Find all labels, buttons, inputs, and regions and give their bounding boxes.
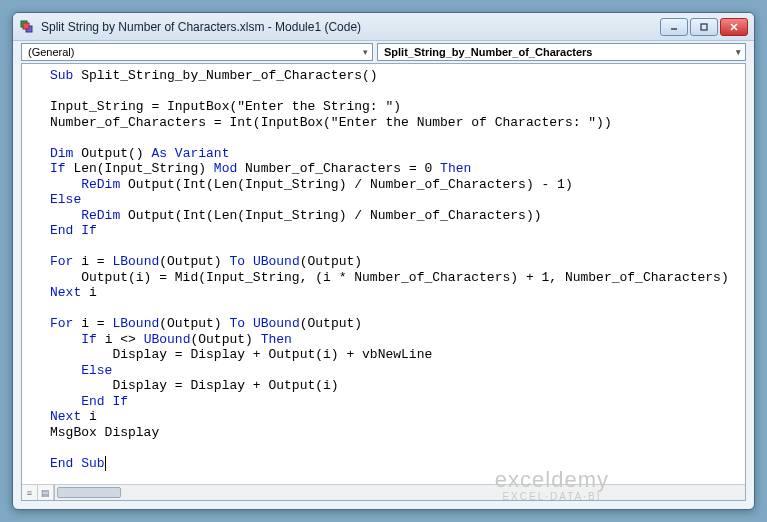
object-dropdown-value: (General) [28,46,74,58]
full-module-view-icon[interactable]: ▤ [38,485,54,500]
chevron-down-icon: ▾ [736,47,741,57]
app-icon [19,19,35,35]
object-dropdown[interactable]: (General) ▾ [21,43,373,61]
vba-code-window: Split String by Number of Characters.xls… [12,12,755,510]
close-button[interactable] [720,18,748,36]
svg-rect-2 [23,23,29,29]
window-buttons [660,18,748,36]
code-editor[interactable]: Sub Split_String_by_Number_of_Characters… [22,64,745,484]
maximize-button[interactable] [690,18,718,36]
dropdown-row: (General) ▾ Split_String_by_Number_of_Ch… [13,41,754,63]
code-frame: Sub Split_String_by_Number_of_Characters… [21,63,746,501]
procedure-dropdown-value: Split_String_by_Number_of_Characters [384,46,592,58]
view-mode-icons: ≡ ▤ [22,485,55,500]
chevron-down-icon: ▾ [363,47,368,57]
editor-bottom-bar: ≡ ▤ [22,484,745,500]
procedure-dropdown[interactable]: Split_String_by_Number_of_Characters ▾ [377,43,746,61]
scroll-thumb[interactable] [57,487,121,498]
titlebar[interactable]: Split String by Number of Characters.xls… [13,13,754,41]
text-cursor [105,456,106,471]
horizontal-scrollbar[interactable] [55,485,745,500]
window-title: Split String by Number of Characters.xls… [41,20,660,34]
procedure-view-icon[interactable]: ≡ [22,485,38,500]
minimize-button[interactable] [660,18,688,36]
svg-rect-4 [701,24,707,30]
